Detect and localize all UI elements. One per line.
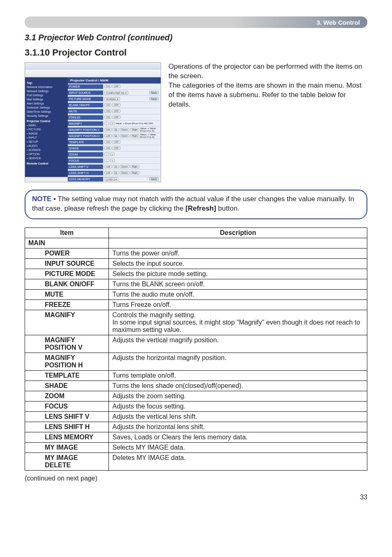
ss-mini-button[interactable]: + (110, 159, 115, 162)
ss-side-item: • PICTURE (27, 128, 66, 131)
ss-mini-button[interactable]: ON (104, 140, 111, 144)
ss-control-row: FREEZEONOFF (68, 114, 161, 121)
ss-apply-button[interactable]: Apply (149, 97, 159, 100)
ss-mini-button[interactable]: Down (120, 165, 129, 168)
chapter-label: 3. Web Control (316, 19, 360, 26)
item-cell: MAGNIFY POSITION V (42, 335, 109, 353)
ss-row-controls: NORMAL ▾Apply (103, 97, 161, 101)
category-row: MAIN (25, 238, 367, 248)
ss-row-extra: Value: + Value [From 0 to 6] (140, 133, 159, 138)
ss-row-controls: LeftUpDownRight (103, 171, 161, 175)
table-row: TEMPLATETurns template on/off. (25, 370, 367, 381)
ss-row-label: LENS SHIFT V (68, 165, 103, 169)
ss-mini-button[interactable]: OFF (112, 116, 120, 119)
ss-control-row: ZOOM−+ (68, 151, 161, 158)
ss-side-item: Projector Control (27, 120, 66, 123)
indent-cell (25, 422, 42, 432)
ss-rows: POWERONOFFINPUT SOURCECOMPUTER IN1 ▾Appl… (68, 84, 161, 182)
ss-mini-button[interactable]: OFF (112, 146, 120, 150)
item-cell: TEMPLATE (42, 370, 109, 381)
ss-side-item: • MAIN (27, 124, 66, 127)
desc-cell: Turns template on/off. (109, 370, 367, 381)
continued-note: (continued on next page) (25, 475, 367, 482)
ss-control-row: INPUT SOURCECOMPUTER IN1 ▾Apply (68, 90, 161, 96)
desc-cell: Turns Freeze on/off. (109, 299, 367, 310)
item-cell: FREEZE (42, 299, 109, 310)
ss-mini-button[interactable]: Up (113, 128, 119, 131)
indent-cell (25, 453, 42, 470)
ss-mini-button[interactable]: − (104, 159, 109, 162)
ss-row-controls: ONOFF (103, 115, 161, 119)
ss-row-extra: Value: + Zoom [From 0 to 40] OFF (115, 122, 153, 125)
ss-mini-button[interactable]: ON (104, 146, 111, 150)
ss-mini-button[interactable]: OFF (112, 109, 120, 113)
ss-row-label: POWER (68, 84, 103, 89)
table-row: MAGNIFYControls the magnify setting. In … (25, 310, 367, 335)
ss-control-row: POWERONOFF (68, 84, 161, 90)
ss-mini-button[interactable]: ON (104, 85, 111, 88)
ss-main: Projector Control / MAIN POWERONOFFINPUT… (68, 77, 161, 177)
ss-mini-button[interactable]: OFF (112, 140, 120, 144)
ss-mini-button[interactable]: Right (130, 134, 139, 137)
chapter-bar: 3. Web Control (25, 16, 367, 28)
ss-mini-button[interactable]: OFF (112, 85, 120, 88)
table-row: MY IMAGESelects MY IMAGE data. (25, 442, 367, 453)
desc-cell: Adjusts the horizontal lens shift. (109, 422, 367, 432)
ss-mini-select[interactable]: COMPUTER IN1 ▾ (104, 91, 128, 95)
ss-mini-button[interactable]: Left (104, 171, 112, 174)
ss-mini-button[interactable]: Down (120, 134, 129, 137)
ss-mini-button[interactable]: − (104, 122, 109, 125)
desc-cell: Adjusts the focus setting. (109, 401, 367, 411)
ss-mini-button[interactable]: Down (120, 171, 129, 174)
ss-mini-button[interactable]: Up (113, 165, 119, 168)
ss-row-controls: LeftUpDownRight (103, 165, 161, 169)
table-row: LENS SHIFT VAdjusts the vertical lens sh… (25, 411, 367, 422)
ss-mini-button[interactable]: ON (104, 109, 111, 113)
desc-cell: Adjusts the vertical lens shift. (109, 411, 367, 422)
indent-cell (25, 279, 42, 289)
indent-cell (25, 335, 42, 353)
ss-row-label: MAGNIFY (68, 121, 103, 126)
table-row: PICTURE MODESelects the picture mode set… (25, 269, 367, 279)
desc-cell: Selects MY IMAGE data. (109, 442, 367, 453)
ss-row-extra: Value: + Value [From 0 to 6] (140, 127, 159, 132)
ss-mini-button[interactable]: − (104, 153, 109, 156)
ss-mini-button[interactable]: ON (104, 116, 111, 119)
ss-sidebar: Top:Network InformationNetwork SettingsP… (25, 77, 68, 177)
ss-mini-button[interactable]: Up (113, 134, 119, 137)
ss-mini-button[interactable]: Right (130, 171, 139, 174)
ss-mini-button[interactable]: Up (113, 171, 119, 174)
ss-row-controls: −+ Value: + Zoom [From 0 to 40] OFF (103, 121, 161, 125)
ss-mini-button[interactable]: OFF (112, 103, 120, 107)
ss-mini-button[interactable]: + (110, 153, 115, 156)
item-cell: POWER (42, 248, 109, 258)
table-head-row: Item Description (25, 227, 367, 238)
indent-cell (25, 299, 42, 310)
ss-apply-button[interactable]: Apply (149, 177, 159, 181)
desc-cell: Deletes MY IMAGE data. (109, 453, 367, 470)
ss-mini-select[interactable]: LOAD-1 ▾ (104, 177, 118, 181)
ss-side-item: Port Settings (27, 94, 66, 97)
ss-side-item: Security Settings (27, 114, 66, 117)
item-cell: MY IMAGE (42, 442, 109, 453)
ss-control-row: LENS MEMORYLOAD-1 ▾Apply (68, 176, 161, 182)
ss-mini-button[interactable]: ON (104, 103, 111, 107)
ss-side-item: • SCREEN (27, 149, 66, 151)
ss-mini-button[interactable]: Left (104, 134, 112, 137)
ss-side-item: Mail Settings (27, 98, 66, 101)
ss-mini-button[interactable]: + (110, 122, 115, 125)
ss-apply-button[interactable]: Apply (149, 91, 159, 94)
ss-mini-button[interactable]: Right (130, 165, 139, 168)
indent-cell (25, 258, 42, 269)
ss-row-controls: ONOFF (103, 109, 161, 113)
table-row: BLANK ON/OFFTurns the BLANK screen on/of… (25, 279, 367, 289)
item-cell: LENS SHIFT H (42, 422, 109, 432)
ss-mini-button[interactable]: Left (104, 165, 112, 168)
ss-row-label: SHADE (68, 146, 103, 151)
ss-mini-button[interactable]: Left (104, 128, 112, 131)
ss-mini-select[interactable]: NORMAL ▾ (104, 97, 120, 101)
ss-mini-button[interactable]: Right (130, 128, 139, 131)
ss-mini-button[interactable]: Down (120, 128, 129, 131)
desc-cell: Turns the power on/off. (109, 248, 367, 258)
ss-control-row: PICTURE MODENORMAL ▾Apply (68, 96, 161, 102)
